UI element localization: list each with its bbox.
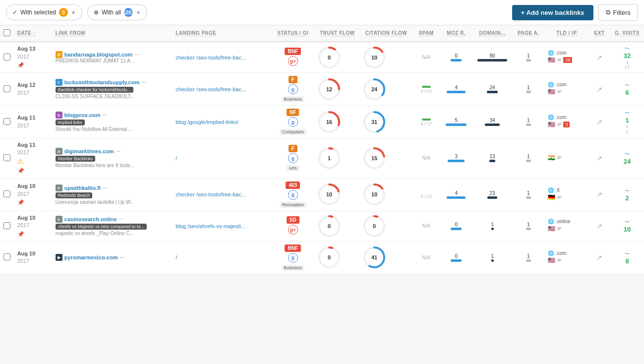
globe-icon: 🌐 — [548, 187, 554, 193]
status-badge: F — [289, 76, 297, 83]
moz-rank-cell: 3 — [440, 138, 472, 179]
category-badge: Business — [282, 96, 305, 102]
tag-badge: implied links — [56, 120, 85, 125]
link-anchor: PREDIKSI NORWAY JUMAT 11 A... — [56, 58, 155, 63]
link-domain[interactable]: ≡ locksmithtoolandsupply.com··· — [56, 79, 170, 86]
flag-ip-row: 🇺🇸 IP — [548, 257, 585, 264]
link-domain[interactable]: ▶ pyromarmexico.com··· — [56, 254, 170, 261]
landing-url[interactable]: / — [176, 155, 177, 161]
row-checkbox[interactable] — [3, 54, 10, 61]
moz-rank-value: 4 — [455, 190, 458, 196]
trust-flow-cell: 0 — [315, 211, 360, 241]
col-header-date[interactable]: DATE ↑ — [14, 25, 53, 42]
date-cell: Aug 10 2017 📌 — [14, 211, 53, 241]
link-domain[interactable]: u upwithkallio.fi··· — [56, 184, 170, 191]
warning-icon: ⚠ — [17, 157, 50, 167]
citation-flow-cell: 0 — [360, 211, 412, 241]
row-checkbox[interactable] — [3, 253, 10, 260]
link-anchor: majestic vs ahrefs _Play Online C... — [56, 231, 155, 236]
visits-cell: 〜 2 — [610, 178, 644, 211]
filters-button[interactable]: ⧉ Filters — [598, 4, 638, 21]
flag-icon: 🇩🇪 — [548, 194, 555, 201]
visits-sub2: 1 — [626, 129, 629, 134]
moz-rank-cell: 0 — [440, 241, 472, 274]
citation-flow-gauge: 24 — [363, 78, 386, 101]
link-domain[interactable]: d digimarktimes.com··· — [56, 148, 170, 155]
row-checkbox-cell — [0, 73, 14, 106]
domain-score-bar — [491, 228, 494, 230]
domain-score-value: 34 — [490, 118, 495, 123]
ext-icon[interactable]: ↗ — [596, 190, 602, 198]
page-authority-bar — [526, 196, 531, 199]
moz-rank-bar — [451, 259, 462, 262]
flag-ip-row: 🇺🇸 IP — [548, 88, 585, 95]
domain-score-value: 13 — [490, 154, 495, 159]
with-selected-button[interactable]: ✓ With selected 0 ▼ — [6, 4, 82, 20]
globe-icon: 🌐 — [548, 219, 554, 224]
table-row: Aug 13 2017 📌 B bandarnaga.blogspot.com·… — [0, 42, 644, 73]
landing-url[interactable]: checker /seo-tools/free-bac... — [176, 191, 246, 197]
link-domain[interactable]: c casinosearch.online··· — [56, 216, 170, 223]
spam-cell: N/A — [412, 241, 440, 274]
link-from-cell: u upwithkallio.fi··· Redondo Beach Liver… — [53, 178, 173, 211]
link-from-cell: d digimarktimes.com··· Monitor Backlinks… — [53, 138, 173, 179]
table-row: Aug 11 2017 ⚠ 📌 d digimarktimes.com··· M… — [0, 138, 644, 179]
landing-url[interactable]: blog /seo/ahrefs-vs-majesti... — [176, 223, 245, 229]
date-year: 2017 — [17, 122, 50, 129]
ext-icon[interactable]: ↗ — [596, 54, 602, 61]
citation-flow-gauge: 10 — [363, 183, 386, 206]
status-cell: SD g+ — [271, 211, 315, 241]
svg-text:12: 12 — [326, 86, 332, 92]
citation-flow-cell: 15 — [360, 138, 412, 179]
ext-icon[interactable]: ↗ — [596, 118, 602, 126]
date-year: 2017 — [17, 190, 50, 198]
col-header-citation: CITATION FLOW — [360, 25, 412, 42]
row-checkbox[interactable] — [3, 85, 10, 92]
row-checkbox[interactable] — [3, 154, 10, 161]
ext-icon[interactable]: ↗ — [596, 222, 602, 230]
col-header-link: LINK FROM — [53, 25, 173, 42]
svg-text:1: 1 — [328, 155, 331, 161]
ext-cell: ↗ — [588, 178, 610, 211]
status-badge: NF — [287, 109, 299, 116]
add-backlinks-button[interactable]: + Add new backlinks — [512, 5, 593, 20]
with-selected-badge: 0 — [59, 8, 68, 17]
category-badge: Arts — [287, 165, 299, 171]
landing-url[interactable]: checker /seo-tools/free-bac... — [176, 55, 246, 61]
landing-url[interactable]: / — [176, 254, 177, 260]
ext-cell: ↗ — [588, 241, 610, 274]
link-domain[interactable]: b blogpros.com··· — [56, 112, 170, 119]
row-checkbox[interactable] — [3, 190, 10, 197]
date-main: Aug 11 — [17, 141, 50, 149]
table-row: Aug 11 2017 b blogpros.com··· implied li… — [0, 106, 644, 138]
moz-rank-bar — [451, 59, 462, 61]
citation-flow-gauge: 10 — [363, 46, 386, 69]
select-all-checkbox[interactable] — [3, 29, 10, 36]
ext-cell: ↗ — [588, 106, 610, 138]
link-domain[interactable]: B bandarnaga.blogspot.com··· — [56, 51, 170, 58]
landing-url[interactable]: checker /seo-tools/free-bac... — [176, 86, 246, 92]
visits-cell: 〜 24 — [610, 138, 644, 179]
row-checkbox[interactable] — [3, 118, 10, 125]
ext-icon[interactable]: ↗ — [596, 154, 602, 162]
flag-icon: 🇺🇸 — [548, 57, 555, 63]
svg-text:16: 16 — [326, 119, 332, 125]
ip-label: IP — [557, 195, 562, 200]
status-cell: NF g Computers — [271, 106, 315, 138]
visits-chart-icon: 〜 — [625, 187, 630, 194]
ext-icon[interactable]: ↗ — [596, 85, 602, 93]
page-authority-value: 1 — [527, 154, 530, 159]
status-cell: F g Business — [271, 73, 315, 106]
landing-url[interactable]: blog /google/implied-links/ — [176, 119, 238, 125]
top-bar: ✓ With selected 0 ▼ ⊕ With all 5281 ▼ + … — [0, 0, 644, 25]
tld-ip-cell: 🌐.com 🇺🇸 IP 28 — [545, 42, 588, 73]
row-checkbox[interactable] — [3, 222, 10, 229]
with-all-button[interactable]: ⊕ With all 5281 ▼ — [87, 4, 147, 20]
moz-rank-cell: 0 — [440, 42, 472, 73]
favicon: u — [56, 184, 62, 191]
google-icon: g+ — [288, 225, 298, 235]
page-authority-cell: 1 — [512, 42, 545, 73]
row-checkbox-cell — [0, 241, 14, 274]
col-header-trust: TRUST FLOW — [315, 25, 360, 42]
ext-icon[interactable]: ↗ — [596, 253, 602, 261]
